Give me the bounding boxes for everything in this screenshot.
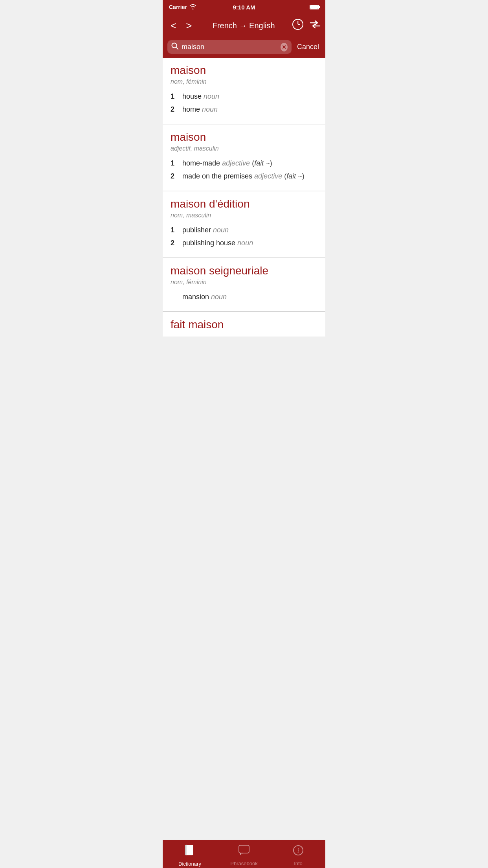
status-right [310, 5, 319, 9]
search-bar: ✕ Cancel [163, 37, 325, 58]
search-input[interactable] [182, 43, 277, 51]
def-number: 1 [171, 92, 178, 101]
nav-title: French → English [195, 21, 292, 30]
swap-languages-icon[interactable] [310, 20, 321, 31]
entry-2-word: maison [171, 131, 317, 143]
def-text: home-made adjective (fait ~) [182, 159, 272, 167]
entry-3: maison d'édition nom, masculin 1 publish… [163, 191, 325, 258]
entry-1-def-2: 2 home noun [171, 103, 317, 116]
def-text: made on the premises adjective (fait ~) [182, 172, 305, 180]
entry-1-word: maison [171, 64, 317, 77]
status-time: 9:10 AM [233, 4, 255, 11]
entry-3-def-1: 1 publisher noun [171, 224, 317, 237]
entry-1-grammar: nom, féminin [171, 78, 317, 85]
entry-1: maison nom, féminin 1 house noun 2 home … [163, 58, 325, 124]
nav-arrows: < > [167, 19, 195, 32]
history-icon[interactable] [292, 19, 303, 32]
entry-2-grammar: adjectif, masculin [171, 145, 317, 152]
results-list: maison nom, féminin 1 house noun 2 home … [163, 58, 325, 368]
entry-4: maison seigneuriale nom, féminin mansion… [163, 258, 325, 312]
status-left: Carrier [169, 4, 196, 11]
forward-button[interactable]: > [183, 19, 195, 32]
cancel-button[interactable]: Cancel [295, 43, 321, 51]
def-text: publishing house noun [182, 239, 253, 247]
entry-3-def-2: 2 publishing house noun [171, 237, 317, 250]
entry-4-grammar: nom, féminin [171, 279, 317, 286]
entry-3-grammar: nom, masculin [171, 212, 317, 219]
def-number: 1 [171, 226, 178, 234]
entry-4-def-1: mansion noun [171, 291, 317, 303]
search-input-wrap[interactable]: ✕ [167, 40, 292, 54]
def-text: house noun [182, 92, 219, 101]
svg-line-1 [176, 47, 178, 49]
status-bar: Carrier 9:10 AM [163, 0, 325, 14]
entry-2-def-2: 2 made on the premises adjective (fait ~… [171, 170, 317, 183]
def-text: home noun [182, 105, 218, 114]
entry-1-def-1: 1 house noun [171, 90, 317, 103]
def-number: 2 [171, 172, 178, 180]
def-text: mansion noun [182, 293, 227, 301]
entry-5-partial: fait maison [163, 312, 325, 337]
def-text: publisher noun [182, 226, 229, 234]
nav-icons [292, 19, 321, 32]
entry-2-def-1: 1 home-made adjective (fait ~) [171, 157, 317, 170]
wifi-icon [189, 4, 196, 11]
entry-4-word: maison seigneuriale [171, 265, 317, 277]
def-number: 2 [171, 239, 178, 247]
carrier-label: Carrier [169, 4, 187, 10]
clear-search-button[interactable]: ✕ [281, 43, 288, 51]
nav-bar: < > French → English [163, 14, 325, 37]
entry-5-word: fait maison [171, 318, 317, 331]
search-icon [171, 42, 178, 51]
def-number: 1 [171, 159, 178, 167]
back-button[interactable]: < [167, 19, 180, 32]
def-number: 2 [171, 105, 178, 114]
battery-icon [310, 5, 319, 9]
entry-2: maison adjectif, masculin 1 home-made ad… [163, 125, 325, 191]
entry-3-word: maison d'édition [171, 198, 317, 210]
